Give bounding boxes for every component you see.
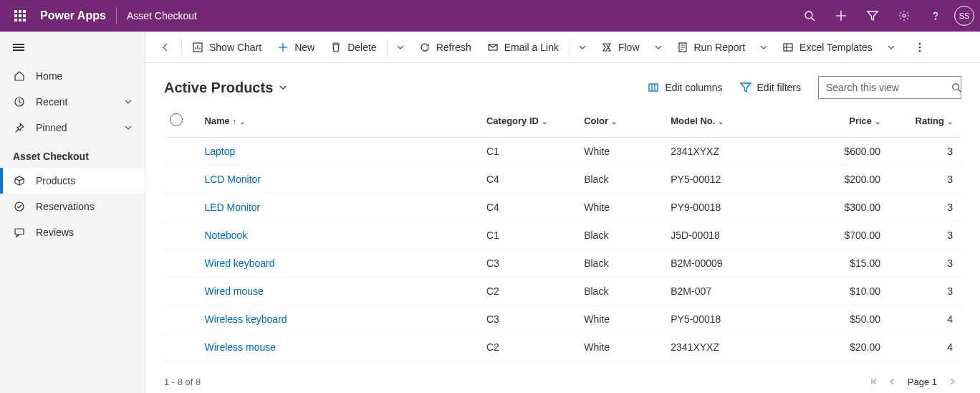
cell-name[interactable]: Wired keyboard bbox=[198, 250, 481, 278]
sidebar-item-pinned[interactable]: Pinned bbox=[0, 115, 145, 141]
sidebar-item-products[interactable]: Products bbox=[0, 168, 145, 194]
cmd-label: Run Report bbox=[694, 42, 746, 53]
row-select-cell[interactable] bbox=[164, 166, 198, 194]
search-input[interactable] bbox=[826, 82, 951, 93]
header-divider bbox=[116, 7, 117, 24]
report-icon bbox=[677, 42, 688, 53]
column-header-color[interactable]: Color⌄ bbox=[578, 106, 665, 138]
sidebar-item-label: Home bbox=[36, 70, 62, 82]
search-icon[interactable] bbox=[794, 0, 825, 32]
table-row[interactable]: Wireless mouseC2White2341XYXZ$20.004 bbox=[164, 333, 961, 361]
cell-rating: 3 bbox=[889, 250, 961, 278]
first-page-button[interactable] bbox=[865, 372, 883, 391]
chevron-down-icon: ⌄ bbox=[611, 118, 617, 126]
vh-label: Edit columns bbox=[665, 82, 722, 93]
edit-filters-button[interactable]: Edit filters bbox=[731, 82, 810, 93]
cell-name[interactable]: Notebook bbox=[198, 222, 481, 250]
next-page-button[interactable] bbox=[943, 372, 961, 391]
filter-icon[interactable] bbox=[857, 0, 888, 32]
cell-price: $600.00 bbox=[802, 138, 889, 166]
circle-check-icon bbox=[170, 113, 183, 126]
excel-dropdown[interactable] bbox=[881, 34, 901, 60]
svg-point-16 bbox=[918, 46, 921, 48]
excel-templates-button[interactable]: Excel Templates bbox=[775, 34, 880, 60]
cell-name[interactable]: Wired mouse bbox=[198, 278, 481, 306]
sidebar-item-home[interactable]: Home bbox=[0, 63, 145, 89]
separator bbox=[569, 39, 570, 56]
row-select-cell[interactable] bbox=[164, 333, 198, 361]
cell-category: C2 bbox=[481, 333, 578, 361]
app-launcher-icon[interactable] bbox=[6, 0, 34, 32]
app-name: Power Apps bbox=[40, 9, 106, 22]
svg-point-0 bbox=[805, 11, 812, 19]
separator bbox=[181, 39, 182, 56]
row-select-cell[interactable] bbox=[164, 138, 198, 166]
chevron-down-icon: ⌄ bbox=[875, 118, 880, 126]
chevron-down-icon: ⌄ bbox=[947, 118, 953, 126]
edit-columns-button[interactable]: Edit columns bbox=[639, 82, 731, 93]
cell-name[interactable]: Laptop bbox=[198, 138, 481, 166]
column-header-rating[interactable]: Rating⌄ bbox=[889, 106, 961, 138]
cmd-label: Show Chart bbox=[209, 42, 261, 53]
command-bar: Show Chart New Delete bbox=[145, 32, 980, 63]
top-header: Power Apps Asset Checkout SS bbox=[0, 0, 980, 32]
run-report-button[interactable]: Run Report bbox=[670, 34, 753, 60]
cell-name[interactable]: Wireless mouse bbox=[198, 333, 481, 361]
row-select-cell[interactable] bbox=[164, 194, 198, 222]
table-row[interactable]: LaptopC1White2341XYXZ$600.003 bbox=[164, 138, 961, 166]
cell-price: $200.00 bbox=[802, 166, 889, 194]
column-header-name[interactable]: Name↑⌄ bbox=[198, 106, 481, 138]
cell-name[interactable]: Wireless keyboard bbox=[198, 306, 481, 333]
avatar[interactable]: SS bbox=[954, 6, 974, 26]
cell-model: PY9-00018 bbox=[665, 194, 802, 222]
cell-color: White bbox=[578, 194, 665, 222]
view-title-dropdown[interactable]: Active Products bbox=[164, 80, 287, 96]
row-select-cell[interactable] bbox=[164, 250, 198, 278]
cell-name[interactable]: LED Monitor bbox=[198, 194, 481, 222]
table-row[interactable]: Wired mouseC2BlackB2M-007$10.003 bbox=[164, 278, 961, 306]
cell-name[interactable]: LCD Monitor bbox=[198, 166, 481, 194]
vh-label: Edit filters bbox=[757, 82, 801, 93]
flow-button[interactable]: Flow bbox=[594, 34, 647, 60]
cell-color: White bbox=[578, 333, 665, 361]
sort-asc-icon: ↑ bbox=[233, 117, 237, 126]
cell-price: $300.00 bbox=[802, 194, 889, 222]
table-row[interactable]: Wireless keyboardC3WhitePY5-00018$50.004 bbox=[164, 306, 961, 333]
sidebar-item-recent[interactable]: Recent bbox=[0, 89, 145, 115]
settings-icon[interactable] bbox=[888, 0, 920, 32]
row-select-cell[interactable] bbox=[164, 278, 198, 306]
refresh-button[interactable]: Refresh bbox=[412, 34, 479, 60]
help-icon[interactable] bbox=[920, 0, 951, 32]
delete-button[interactable]: Delete bbox=[323, 34, 383, 60]
pin-icon bbox=[13, 121, 26, 134]
table-row[interactable]: LED MonitorC4WhitePY9-00018$300.003 bbox=[164, 194, 961, 222]
column-header-price[interactable]: Price⌄ bbox=[802, 106, 889, 138]
overflow-button[interactable] bbox=[910, 34, 930, 60]
search-input-wrapper[interactable] bbox=[818, 76, 961, 99]
column-header-model[interactable]: Model No.⌄ bbox=[665, 106, 802, 138]
select-all-header[interactable] bbox=[164, 106, 198, 138]
row-select-cell[interactable] bbox=[164, 306, 198, 333]
flow-dropdown[interactable] bbox=[648, 34, 668, 60]
row-select-cell[interactable] bbox=[164, 222, 198, 250]
email-dropdown[interactable] bbox=[572, 34, 592, 60]
cell-color: White bbox=[578, 138, 665, 166]
back-button[interactable] bbox=[153, 42, 178, 52]
column-header-category[interactable]: Category ID⌄ bbox=[481, 106, 578, 138]
add-icon[interactable] bbox=[825, 0, 857, 32]
table-row[interactable]: LCD MonitorC4BlackPY5-00012$200.003 bbox=[164, 166, 961, 194]
show-chart-button[interactable]: Show Chart bbox=[185, 34, 269, 60]
delete-dropdown[interactable] bbox=[390, 34, 410, 60]
sidebar-item-reviews[interactable]: Reviews bbox=[0, 219, 145, 245]
hamburger-icon[interactable] bbox=[13, 42, 24, 52]
sidebar-item-label: Pinned bbox=[36, 122, 67, 133]
prev-page-button[interactable] bbox=[883, 372, 902, 391]
table-row[interactable]: Wired keyboardC3BlackB2M-00009$15.003 bbox=[164, 250, 961, 278]
report-dropdown[interactable] bbox=[754, 34, 774, 60]
new-button[interactable]: New bbox=[270, 34, 322, 60]
email-link-button[interactable]: Email a Link bbox=[480, 34, 566, 60]
cell-price: $700.00 bbox=[802, 222, 889, 250]
table-row[interactable]: NotebookC1BlackJ5D-00018$700.003 bbox=[164, 222, 961, 250]
sidebar-item-reservations[interactable]: Reservations bbox=[0, 194, 145, 219]
cell-model: PY5-00018 bbox=[665, 306, 802, 333]
